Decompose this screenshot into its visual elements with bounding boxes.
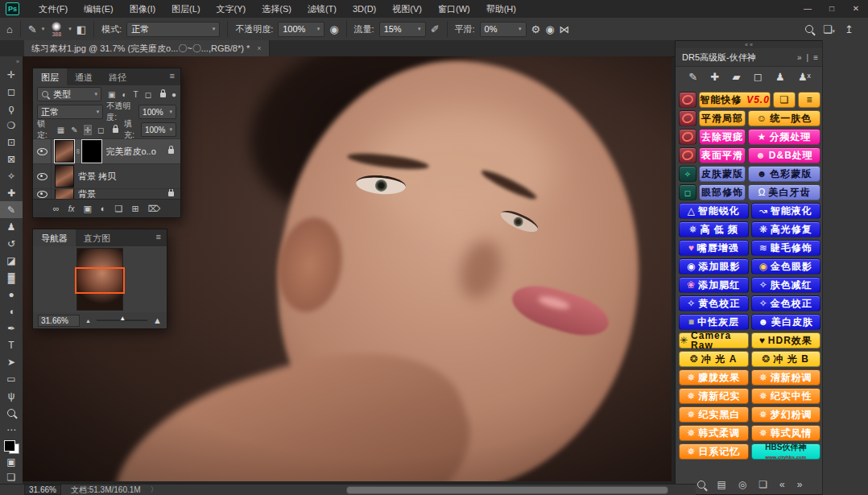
layer-thumbnail[interactable] xyxy=(55,140,74,163)
dr-preview-icon[interactable]: ◎ xyxy=(738,479,746,490)
adjustment-icon[interactable]: ◐ xyxy=(101,204,106,213)
layer-visibility-cell[interactable] xyxy=(33,189,52,199)
dr-search-icon[interactable] xyxy=(697,481,705,489)
dr-tool-stamp-icon[interactable]: ♟ xyxy=(775,71,785,83)
dr-button[interactable]: ✵清新粉调 xyxy=(751,369,821,386)
menu-item-4[interactable]: 文字(Y) xyxy=(209,1,254,18)
dr-button[interactable]: ✧肤色减红 xyxy=(751,277,821,293)
dr-selection-circle-icon[interactable] xyxy=(679,92,696,108)
dr5-panel-title[interactable]: DR5高级版-伙伴神 xyxy=(676,52,763,64)
document-tab[interactable]: 练习素材1.jpg @ 31.7% (完美磨皮o...〇~〇...,RGB/8*… xyxy=(24,40,270,56)
dr-button[interactable]: ❋高光修复 xyxy=(751,221,821,237)
search-icon[interactable] xyxy=(805,25,813,33)
dr-button[interactable]: ✵纪实黑白 xyxy=(679,406,749,423)
dr-button[interactable]: ❀添加腮红 xyxy=(679,277,749,293)
screen-mode-icon[interactable]: ❏ xyxy=(0,469,23,485)
filter-pixel-layers-icon[interactable]: ▣ xyxy=(108,90,115,99)
dr-button[interactable]: ≋睫毛修饰 xyxy=(751,240,821,256)
brush-tool-caret-icon[interactable]: ▾ xyxy=(42,26,45,32)
layer-row[interactable]: 背景 拷贝 xyxy=(33,163,180,188)
share-icon[interactable]: ↥ xyxy=(845,24,854,35)
dr-button[interactable]: ◉金色眼影 xyxy=(751,258,821,274)
layer-blend-mode-select[interactable]: 正常 ▾ xyxy=(37,105,103,119)
dr-button[interactable]: 眼部修饰 xyxy=(699,184,746,200)
clone-stamp-tool-icon[interactable]: ♟ xyxy=(0,218,23,235)
menu-item-10[interactable]: 帮助(H) xyxy=(478,1,524,18)
document-close-icon[interactable]: × xyxy=(257,44,261,52)
lock-artboard-icon[interactable]: ◻ xyxy=(97,126,104,134)
dr-button[interactable]: ❂冲 光 A xyxy=(679,351,749,367)
dr-button[interactable]: ✵纪实中性 xyxy=(751,388,821,404)
dr-tool-patch-icon[interactable]: ▰ xyxy=(733,71,741,83)
menu-item-9[interactable]: 窗口(W) xyxy=(430,1,478,18)
dr-prev-icon[interactable]: « xyxy=(779,479,785,490)
dr-button[interactable]: ✵韩式风情 xyxy=(751,425,821,441)
dr-next-icon[interactable]: » xyxy=(797,479,803,490)
pressure-opacity-icon[interactable]: ◉ xyxy=(329,24,338,35)
layer-mask-thumbnail[interactable] xyxy=(82,140,101,163)
zoom-in-mountain-icon[interactable]: ▲ xyxy=(153,316,162,325)
dr-button[interactable]: 皮肤蒙版 xyxy=(699,166,746,182)
toggle-brush-panel-icon[interactable]: ◧ xyxy=(76,24,86,35)
menu-item-5[interactable]: 选择(S) xyxy=(254,1,300,18)
dr-button[interactable]: ✳Camera Raw xyxy=(679,332,749,349)
visibility-eye-icon[interactable] xyxy=(37,173,48,180)
dr-button[interactable]: ✵朦胧效果 xyxy=(679,369,749,386)
panel-menu-icon[interactable]: ≡ xyxy=(813,53,818,62)
dr-selection-circle-icon[interactable] xyxy=(679,110,696,126)
dr-button[interactable]: ✵高 低 频 xyxy=(679,221,749,237)
dr-button[interactable]: ✵韩式柔调 xyxy=(679,425,749,441)
layer-thumbnail[interactable] xyxy=(55,188,74,199)
dr-button[interactable]: 智能快修V5.0 xyxy=(699,92,771,108)
filter-toggle-icon[interactable]: ● xyxy=(172,90,176,99)
layer-name[interactable]: 完美磨皮o..o xyxy=(105,146,166,158)
panel-expand-icon[interactable]: » xyxy=(797,53,802,62)
layer-name[interactable]: 背景 拷贝 xyxy=(78,171,176,183)
color-swatches[interactable] xyxy=(4,440,19,454)
zoom-out-mountain-icon[interactable]: ▲ xyxy=(85,318,91,324)
dr-button[interactable]: ✵清新纪实 xyxy=(679,388,749,404)
crop-tool-icon[interactable]: ⊡ xyxy=(0,134,23,151)
history-brush-tool-icon[interactable]: ↺ xyxy=(0,235,23,252)
layer-visibility-cell[interactable] xyxy=(33,164,52,188)
close-icon[interactable]: ✕ xyxy=(844,1,868,17)
dr-button[interactable]: ✵日系记忆 xyxy=(679,443,749,460)
toolbar-collapse-icon[interactable]: » xyxy=(16,58,23,66)
menu-item-1[interactable]: 编辑(E) xyxy=(76,1,122,18)
lasso-tool-icon[interactable]: ϙ xyxy=(0,100,23,117)
smoothing-gear-icon[interactable]: ⚙ xyxy=(531,24,541,35)
hand-tool-icon[interactable]: ψ xyxy=(0,387,23,404)
group-icon[interactable]: ❏ xyxy=(115,204,123,214)
workspace-switcher-icon[interactable]: ❏▾ xyxy=(823,24,835,35)
navigator-tab-导航器[interactable]: 导航器 xyxy=(33,229,76,246)
dr-tool-clone-stamp-x-icon[interactable]: ♟ˣ xyxy=(798,71,811,83)
dr-button[interactable]: 表面平滑 xyxy=(699,147,746,163)
dr-tool-marquee-icon[interactable]: ◻ xyxy=(754,71,763,83)
brush-tool-icon[interactable]: ✎ xyxy=(28,24,37,35)
filter-adjustment-layers-icon[interactable]: ◐ xyxy=(122,90,126,99)
menu-item-3[interactable]: 图层(L) xyxy=(163,1,208,18)
blend-mode-select[interactable]: 正常 ▾ xyxy=(126,22,220,37)
dr-button[interactable]: ✧黄色校正 xyxy=(679,295,749,311)
paint-symmetry-icon[interactable]: ⋈ xyxy=(560,24,570,35)
dr-button[interactable]: ❏ xyxy=(773,92,796,108)
frame-tool-icon[interactable]: ⊠ xyxy=(0,151,23,167)
menu-item-8[interactable]: 视图(V) xyxy=(384,1,430,18)
lock-all-icon[interactable] xyxy=(110,126,121,134)
layer-thumbnail[interactable] xyxy=(55,165,74,188)
layers-tab-通道[interactable]: 通道 xyxy=(67,68,101,85)
minimize-icon[interactable]: — xyxy=(796,1,820,17)
navigator-zoom-slider[interactable]: ▲ xyxy=(97,320,147,321)
visibility-eye-icon[interactable] xyxy=(37,148,48,155)
layer-name[interactable]: 背景 xyxy=(78,188,166,199)
collapse-dock-icon[interactable]: «« xyxy=(676,41,824,48)
dr-button[interactable]: ★分频处理 xyxy=(748,129,820,145)
eraser-tool-icon[interactable]: ◪ xyxy=(0,252,23,269)
layer-filter-select[interactable]: 类型 ▾ xyxy=(37,87,101,101)
dr-button[interactable]: ☻D&B处理 xyxy=(748,147,820,163)
navigator-zoom-field[interactable]: 31.66% xyxy=(38,315,80,327)
menu-item-6[interactable]: 滤镜(T) xyxy=(300,1,345,18)
spot-healing-brush-tool-icon[interactable]: ✚ xyxy=(0,184,23,201)
dr-brand-button[interactable]: HBS伙伴神www.cityhbs.com xyxy=(751,443,821,460)
dr-button[interactable]: ✵梦幻粉调 xyxy=(751,406,821,423)
